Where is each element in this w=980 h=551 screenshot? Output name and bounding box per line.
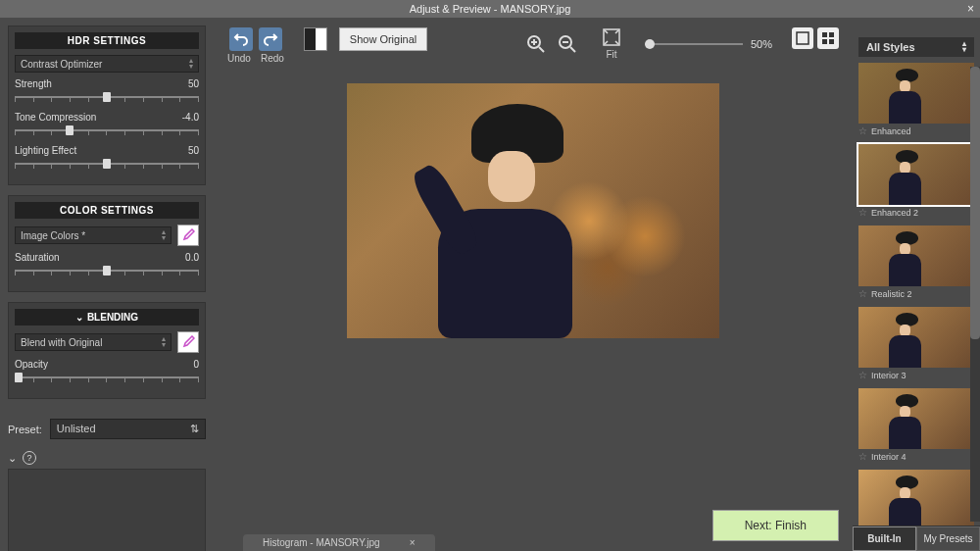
color-settings-header: COLOR SETTINGS: [15, 202, 199, 219]
builtin-tab[interactable]: Built-In: [853, 526, 916, 551]
style-item[interactable]: ☆: [858, 470, 974, 526]
info-box: [8, 469, 206, 551]
histogram-tab[interactable]: Histogram - MANSORY.jpg ×: [243, 534, 435, 551]
zoom-slider[interactable]: 50%: [645, 38, 772, 50]
svg-line-5: [570, 47, 575, 52]
styles-scrollbar[interactable]: [970, 67, 980, 522]
zoom-in-icon[interactable]: [525, 33, 547, 55]
fit-icon[interactable]: [602, 27, 621, 47]
saturation-slider[interactable]: [15, 264, 199, 277]
svg-rect-12: [829, 39, 834, 44]
star-icon[interactable]: ☆: [858, 288, 867, 299]
preview-panel: UndoRedo Show Original: [214, 18, 853, 551]
style-item[interactable]: ☆Enhanced: [858, 63, 974, 138]
hdr-settings-header: HDR SETTINGS: [15, 32, 199, 49]
compare-toggle[interactable]: [304, 27, 327, 51]
redo-button[interactable]: [259, 27, 282, 51]
opacity-slider[interactable]: [15, 371, 199, 384]
preview-image[interactable]: [347, 83, 719, 338]
eyedropper-button[interactable]: [177, 225, 199, 246]
chevron-updown-icon: ▴▾: [162, 336, 166, 348]
blend-eyedropper-button[interactable]: [177, 331, 199, 353]
undo-button[interactable]: [229, 27, 253, 51]
close-icon[interactable]: ×: [967, 2, 974, 16]
chevron-updown-icon: ⇅: [190, 423, 199, 435]
color-mode-dropdown[interactable]: Image Colors * ▴▾: [15, 226, 172, 244]
hdr-method-dropdown[interactable]: Contrast Optimizer ▴▾: [15, 55, 199, 73]
styles-panel: All Styles ▴▾ ☆Enhanced ☆Enhanced 2 ☆Rea…: [853, 18, 980, 551]
style-item[interactable]: ☆Interior 3: [858, 307, 974, 382]
next-finish-button[interactable]: Next: Finish: [712, 510, 839, 541]
lighting-effect-slider[interactable]: [15, 157, 199, 171]
strength-slider[interactable]: [15, 90, 199, 104]
blending-header[interactable]: ⌄BLENDING: [15, 309, 199, 326]
help-icon[interactable]: ?: [23, 451, 36, 465]
star-icon[interactable]: ☆: [858, 207, 867, 218]
preset-label: Preset:: [8, 424, 42, 435]
single-view-button[interactable]: [792, 27, 813, 49]
zoom-out-icon[interactable]: [557, 33, 578, 55]
close-icon[interactable]: ×: [410, 537, 416, 548]
chevron-down-icon: ⌄: [75, 312, 83, 323]
star-icon[interactable]: ☆: [858, 451, 867, 462]
svg-line-1: [539, 47, 544, 52]
mypresets-tab[interactable]: My Presets: [916, 526, 980, 551]
chevron-updown-icon: ▴▾: [162, 229, 166, 241]
style-item[interactable]: ☆Interior 4: [858, 388, 974, 464]
blend-mode-dropdown[interactable]: Blend with Original ▴▾: [15, 333, 172, 351]
svg-rect-11: [822, 39, 827, 44]
svg-rect-8: [797, 32, 808, 44]
tone-compression-slider[interactable]: [15, 124, 199, 137]
window-titlebar: Adjust & Preview - MANSORY.jpg ×: [0, 0, 980, 18]
chevron-updown-icon: ▴▾: [962, 41, 966, 53]
window-title: Adjust & Preview - MANSORY.jpg: [410, 3, 571, 15]
style-item[interactable]: ☆Enhanced 2: [858, 144, 974, 220]
star-icon[interactable]: ☆: [858, 125, 867, 136]
settings-panel: HDR SETTINGS Contrast Optimizer ▴▾ Stren…: [0, 18, 214, 551]
star-icon[interactable]: ☆: [858, 370, 867, 380]
styles-dropdown[interactable]: All Styles ▴▾: [858, 37, 974, 57]
svg-rect-9: [822, 32, 827, 37]
preset-dropdown[interactable]: Unlisted ⇅: [50, 419, 206, 439]
style-item[interactable]: ☆Realistic 2: [858, 225, 974, 301]
chevron-down-icon[interactable]: ⌄: [8, 452, 17, 465]
show-original-button[interactable]: Show Original: [339, 27, 427, 51]
svg-rect-10: [829, 32, 834, 37]
chevron-updown-icon: ▴▾: [189, 58, 193, 70]
grid-view-button[interactable]: [817, 27, 839, 49]
